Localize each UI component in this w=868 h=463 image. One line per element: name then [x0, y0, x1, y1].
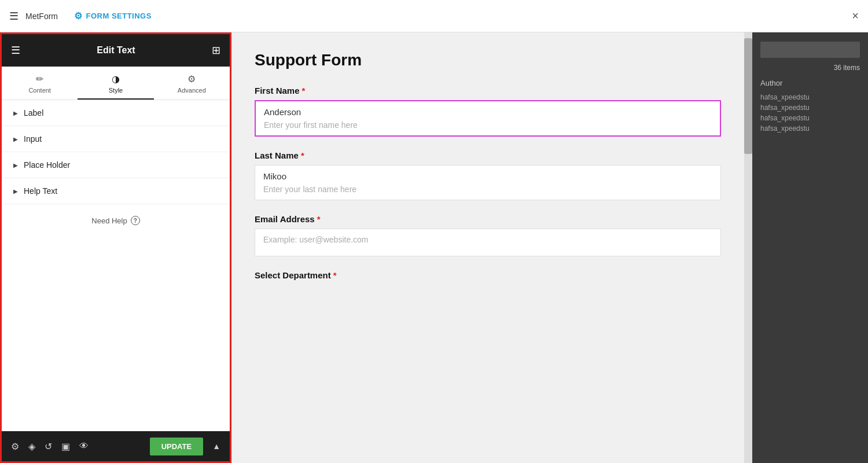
help-circle-icon: ?: [131, 216, 140, 225]
eye-icon[interactable]: 👁: [79, 441, 89, 451]
bottom-toolbar: ⚙ ◈ ↺ ▣ 👁 UPDATE ▲: [2, 431, 230, 461]
right-author-0: hafsa_xpeedstu: [752, 92, 868, 102]
scrollbar[interactable]: [744, 32, 752, 463]
required-star-email: *: [317, 214, 321, 224]
section-label-text: Label: [24, 108, 43, 117]
main-content: ☰ Edit Text ⊞ ✏ Content ◑ Style ⚙ Advanc…: [0, 32, 868, 463]
right-input-box[interactable]: [760, 42, 860, 58]
sidebar-grid-icon[interactable]: ⊞: [212, 44, 220, 57]
field-email: Email Address * Example: user@website.co…: [255, 214, 721, 256]
chevron-up-icon[interactable]: ▲: [212, 442, 220, 451]
pencil-icon: ✏: [36, 74, 43, 84]
close-button[interactable]: ×: [852, 9, 859, 23]
required-star-firstname: *: [302, 86, 306, 95]
field-last-name: Last Name * Mikoo Enter your last name h…: [255, 150, 721, 200]
arrow-icon-placeholder: ▶: [13, 162, 18, 168]
gear-icon-tab: ⚙: [187, 74, 196, 84]
arrow-icon-helptext: ▶: [13, 188, 18, 194]
update-button[interactable]: UPDATE: [150, 438, 203, 455]
field-placeholder-last-name: Enter your last name here: [263, 185, 712, 194]
section-helptext-text: Help Text: [24, 186, 57, 196]
right-author-1: hafsa_xpeedstu: [752, 102, 868, 113]
section-helptext[interactable]: ▶ Help Text: [2, 178, 230, 204]
arrow-icon-label: ▶: [13, 110, 18, 116]
top-bar: ☰ MetForm ⚙ FORM SETTINGS ×: [0, 0, 868, 32]
sidebar-menu-icon[interactable]: ☰: [11, 44, 20, 57]
field-value-first-name: Anderson: [264, 107, 712, 117]
field-label-first-name: First Name *: [255, 86, 721, 95]
sidebar-title: Edit Text: [97, 45, 135, 56]
right-author-3: hafsa_xpeedstu: [752, 123, 868, 134]
field-label-department: Select Department *: [255, 270, 721, 280]
sidebar-header: ☰ Edit Text ⊞: [2, 34, 230, 67]
section-placeholder[interactable]: ▶ Place Holder: [2, 152, 230, 178]
top-bar-left: ☰ MetForm ⚙ FORM SETTINGS: [9, 10, 152, 23]
field-placeholder-first-name: Enter your first name here: [264, 120, 712, 130]
field-label-last-name: Last Name *: [255, 150, 721, 160]
tab-advanced-label: Advanced: [178, 87, 206, 94]
responsive-icon[interactable]: ▣: [61, 441, 70, 452]
history-icon[interactable]: ↺: [45, 441, 52, 452]
layers-icon[interactable]: ◈: [28, 441, 35, 452]
form-title: Support Form: [255, 51, 721, 69]
tab-style[interactable]: ◑ Style: [78, 67, 153, 100]
sidebar: ☰ Edit Text ⊞ ✏ Content ◑ Style ⚙ Advanc…: [0, 32, 231, 463]
gear-icon: ⚙: [74, 10, 83, 21]
field-placeholder-email: Example: user@website.com: [263, 235, 712, 244]
field-input-first-name[interactable]: Anderson Enter your first name here: [255, 100, 721, 137]
right-author-2: hafsa_xpeedstu: [752, 113, 868, 123]
field-input-last-name[interactable]: Mikoo Enter your last name here: [255, 165, 721, 200]
field-value-last-name: Mikoo: [263, 171, 712, 181]
section-input[interactable]: ▶ Input: [2, 126, 230, 152]
right-item-count: 36 items: [752, 61, 868, 74]
required-star-department: *: [333, 270, 337, 280]
form-settings-label: FORM SETTINGS: [86, 12, 152, 20]
need-help-text: Need Help: [91, 216, 127, 225]
tab-content-label: Content: [28, 87, 51, 94]
app-name: MetForm: [25, 12, 58, 21]
settings-icon[interactable]: ⚙: [11, 441, 19, 452]
circle-half-icon: ◑: [112, 74, 120, 84]
field-first-name: First Name * Anderson Enter your first n…: [255, 86, 721, 137]
tab-style-label: Style: [109, 87, 123, 94]
sidebar-sections: ▶ Label ▶ Input ▶ Place Holder ▶ Help Te…: [2, 100, 230, 431]
form-settings-button[interactable]: ⚙ FORM SETTINGS: [74, 10, 152, 21]
scroll-thumb[interactable]: [744, 38, 752, 154]
tab-content[interactable]: ✏ Content: [2, 67, 78, 100]
tabs-row: ✏ Content ◑ Style ⚙ Advanced: [2, 67, 230, 100]
right-author-label: Author: [752, 74, 868, 92]
form-panel: Support Form First Name * Anderson Enter…: [231, 32, 744, 463]
hamburger-icon[interactable]: ☰: [9, 10, 19, 23]
field-label-email: Email Address *: [255, 214, 721, 224]
tab-advanced[interactable]: ⚙ Advanced: [154, 67, 230, 100]
required-star-lastname: *: [301, 150, 304, 160]
arrow-icon-input: ▶: [13, 136, 18, 142]
section-placeholder-text: Place Holder: [24, 160, 70, 170]
field-input-email[interactable]: Example: user@website.com: [255, 229, 721, 256]
need-help[interactable]: Need Help ?: [2, 204, 230, 237]
section-input-text: Input: [24, 134, 42, 144]
right-panel: 36 items Author hafsa_xpeedstu hafsa_xpe…: [752, 32, 868, 463]
section-label[interactable]: ▶ Label: [2, 100, 230, 126]
field-department: Select Department *: [255, 270, 721, 280]
